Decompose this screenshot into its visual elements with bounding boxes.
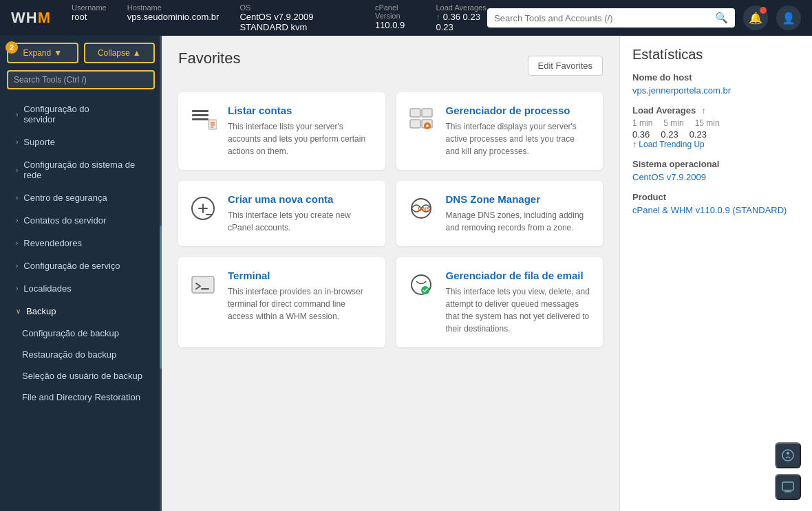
dns-zone-manager-content: DNS Zone Manager Manage DNS zones, inclu…	[446, 193, 591, 234]
sidebar-sub-item-configuracao-backup[interactable]: Configuração de backup	[0, 323, 162, 344]
user-account-button[interactable]: 👤	[776, 6, 801, 30]
cpanel-label: cPanel Version	[375, 3, 416, 20]
gerenciador-fila-email-content: Gerenciador de fila de email This interf…	[446, 270, 591, 335]
svg-rect-9	[410, 120, 420, 128]
load-avg-stat-label: Load Averages ↑	[632, 105, 800, 116]
nav-item-label: Configuração do sistema de rede	[23, 160, 151, 180]
gerenciador-fila-email-title[interactable]: Gerenciador de fila de email	[446, 270, 591, 281]
global-search-box[interactable]: 🔍	[487, 8, 735, 28]
sidebar: 2 Expand ▼ Collapse ▲ › Configuração dos…	[0, 36, 162, 511]
collapse-icon: ▲	[133, 48, 141, 58]
load-5-val: 0.23	[463, 12, 480, 22]
dns-zone-manager-title[interactable]: DNS Zone Manager	[446, 193, 591, 205]
expand-label: Expand	[23, 48, 51, 58]
gerenciador-processo-title[interactable]: Gerenciador de processo	[446, 105, 591, 116]
sidebar-search-box[interactable]	[7, 70, 155, 89]
criar-conta-desc: This interface lets you create new cPane…	[228, 209, 373, 234]
svg-text:DNS: DNS	[418, 206, 431, 213]
global-search-button[interactable]: 🔍	[715, 12, 728, 24]
username-label: Username	[72, 3, 107, 12]
sidebar-item-centro-seguranca[interactable]: › Centro de segurança	[0, 186, 162, 209]
arrow-icon: ›	[16, 285, 18, 292]
favorites-cards-grid: Listar contas This interface lists your …	[178, 92, 603, 347]
dns-zone-manager-desc: Manage DNS zones, including adding and r…	[446, 209, 591, 234]
step-number: 2	[6, 41, 18, 54]
collapse-button[interactable]: Collapse ▲	[84, 43, 156, 63]
arrow-icon: ∨	[16, 307, 21, 315]
float-icons	[775, 442, 801, 500]
load-avg-label: Load Averages	[436, 3, 488, 12]
sidebar-sub-item-restauracao-backup[interactable]: Restauração do backup	[0, 344, 162, 365]
load-trending-link[interactable]: ↑ Load Trending Up	[632, 140, 800, 149]
svg-point-20	[787, 452, 789, 455]
sidebar-item-configuracao-rede[interactable]: › Configuração do sistema de rede	[0, 153, 162, 186]
listar-contas-title[interactable]: Listar contas	[228, 105, 373, 116]
sidebar-sub-item-file-directory-restoration[interactable]: File and Directory Restoration	[0, 387, 162, 408]
cpanel-info: cPanel Version 110.0.9	[375, 3, 416, 32]
card-criar-conta: Criar uma nova conta This interface lets…	[178, 181, 385, 246]
favorites-title: Favorites	[178, 50, 240, 67]
dns-zone-manager-icon: DNS	[406, 193, 436, 224]
terminal-content: Terminal This interface provides an in-b…	[228, 270, 373, 323]
sidebar-search-input[interactable]	[14, 75, 148, 85]
svg-rect-13	[206, 214, 213, 215]
arrow-icon: ›	[16, 138, 18, 146]
os-label: OS	[239, 3, 354, 12]
svg-point-19	[782, 450, 793, 461]
main-layout: 2 Expand ▼ Collapse ▲ › Configuração dos…	[0, 36, 812, 511]
svg-rect-16	[192, 276, 214, 293]
card-terminal: Terminal This interface provides an in-b…	[178, 257, 385, 347]
notifications-button[interactable]: 🔔	[743, 6, 768, 30]
sidebar-item-configuracao-servidor[interactable]: › Configuração doservidor	[0, 98, 162, 131]
server-info: Username root Hostname vps.seudominio.co…	[72, 3, 487, 32]
sidebar-item-localidades[interactable]: › Localidades	[0, 277, 162, 300]
gerenciador-processo-content: Gerenciador de processo This interface d…	[446, 105, 591, 157]
top-bar: WHM Username root Hostname vps.seudomini…	[0, 0, 812, 36]
nav-item-label: Revendedores	[23, 238, 82, 248]
arrow-icon: ›	[16, 239, 18, 247]
main-content: Favorites Edit Favorites	[162, 36, 619, 511]
gerenciador-fila-email-icon	[406, 270, 436, 300]
arrow-icon: ›	[16, 166, 18, 174]
arrow-icon: ›	[16, 194, 18, 202]
sidebar-item-suporte[interactable]: › Suporte	[0, 131, 162, 153]
criar-conta-title[interactable]: Criar uma nova conta	[228, 193, 373, 205]
edit-favorites-button[interactable]: Edit Favorites	[528, 56, 603, 76]
sidebar-item-configuracao-servico[interactable]: › Configuração de serviço	[0, 254, 162, 277]
listar-contas-icon	[188, 105, 218, 135]
card-dns-zone-manager: DNS DNS Zone Manager Manage DNS zones, i…	[396, 181, 603, 246]
stats-panel: Estatísticas Nome do host vps.jennerport…	[619, 36, 812, 511]
logo: WHM	[11, 9, 51, 27]
nav-item-label: Contatos do servidor	[23, 215, 106, 226]
sub-item-label: File and Directory Restoration	[22, 392, 140, 402]
load-avg-headers: 1 min 5 min 15 min	[632, 118, 800, 128]
hostname-value: vps.seudominio.com.br	[127, 12, 220, 22]
os-stat-label: Sistema operacional	[632, 159, 800, 169]
expand-icon: ▼	[54, 48, 62, 58]
sidebar-scrollbar	[160, 36, 162, 511]
sidebar-item-revendedores[interactable]: › Revendedores	[0, 232, 162, 254]
terminal-title[interactable]: Terminal	[228, 270, 373, 281]
load-avg-values: ↑ 0.36 0.23 0.23	[436, 12, 480, 32]
sidebar-scroll-thumb	[160, 226, 162, 368]
float-icon-btn-2[interactable]	[775, 474, 801, 500]
load-1-stat-val: 0.36	[632, 129, 650, 140]
sidebar-sub-item-selecao-usuario-backup[interactable]: Seleção de usuário de backup	[0, 365, 162, 387]
sidebar-item-contatos-servidor[interactable]: › Contatos do servidor	[0, 209, 162, 232]
svg-rect-5	[211, 124, 215, 126]
load-15-stat-val: 0.23	[690, 129, 707, 140]
load-avg-numbers: 0.36 0.23 0.23	[632, 129, 800, 140]
product-stat-label: Product	[632, 192, 800, 202]
arrow-icon: ›	[16, 111, 18, 118]
sidebar-item-backup[interactable]: ∨ Backup	[0, 300, 162, 323]
username-info: Username root	[72, 3, 107, 32]
load-1-val: 0.36	[443, 12, 460, 22]
global-search-input[interactable]	[494, 13, 709, 23]
sub-item-label: Seleção de usuário de backup	[22, 371, 142, 381]
nav-item-label: Localidades	[23, 283, 71, 294]
svg-rect-2	[192, 118, 209, 120]
nav-item-label: Suporte	[23, 137, 55, 147]
svg-rect-21	[782, 482, 793, 490]
stat-group-hostname: Nome do host vps.jennerportela.com.br	[632, 72, 800, 96]
float-icon-btn-1[interactable]	[775, 442, 801, 468]
